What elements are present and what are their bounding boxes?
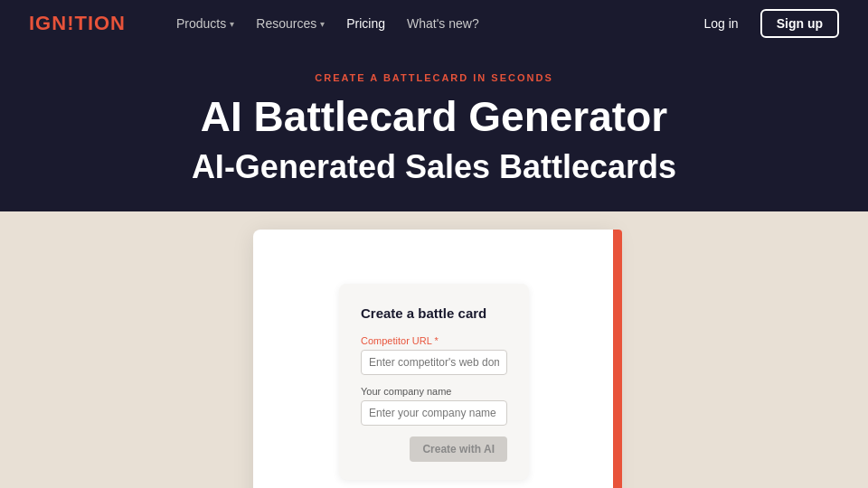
hero-section: CREATE A BATTLECARD IN SECONDS AI Battle… <box>0 47 868 211</box>
nav-auth: Log in Sign up <box>693 9 839 38</box>
logo-exclaim: ! <box>67 12 74 34</box>
company-name-input[interactable] <box>361 400 507 426</box>
competitor-url-input[interactable] <box>361 350 507 375</box>
card-preview-wrap: Create a battle card Competitor URL * Yo… <box>253 230 615 488</box>
form-title: Create a battle card <box>361 305 507 321</box>
nav-whatsnew[interactable]: What's new? <box>400 13 486 34</box>
hero-title: AI Battlecard Generator <box>0 94 868 140</box>
chevron-down-icon: ▾ <box>230 19 234 29</box>
nav-products[interactable]: Products ▾ <box>169 13 241 34</box>
preview-card: Create a battle card Competitor URL * Yo… <box>253 230 615 488</box>
company-name-group: Your company name <box>361 386 507 426</box>
navbar: IGN!TION Products ▾ Resources ▾ Pricing … <box>0 0 868 47</box>
create-battlecard-button[interactable]: Create with AI <box>410 436 507 462</box>
battlecard-form: Create a battle card Competitor URL * Yo… <box>339 284 529 480</box>
logo-text: IGN!TION <box>29 12 126 34</box>
competitor-url-group: Competitor URL * <box>361 335 507 375</box>
chevron-down-icon: ▾ <box>320 19 325 29</box>
nav-pricing[interactable]: Pricing <box>339 13 392 34</box>
hero-eyebrow: CREATE A BATTLECARD IN SECONDS <box>0 72 868 83</box>
signup-button[interactable]: Sign up <box>760 9 839 38</box>
competitor-url-label: Competitor URL * <box>361 335 507 346</box>
logo[interactable]: IGN!TION <box>29 12 126 35</box>
company-name-label: Your company name <box>361 386 507 397</box>
hero-subtitle: AI-Generated Sales Battlecards <box>0 149 868 185</box>
red-accent-bar <box>613 230 622 488</box>
login-button[interactable]: Log in <box>693 11 750 36</box>
content-area: Create a battle card Competitor URL * Yo… <box>0 211 868 488</box>
nav-resources[interactable]: Resources ▾ <box>249 13 332 34</box>
nav-links: Products ▾ Resources ▾ Pricing What's ne… <box>169 13 665 34</box>
